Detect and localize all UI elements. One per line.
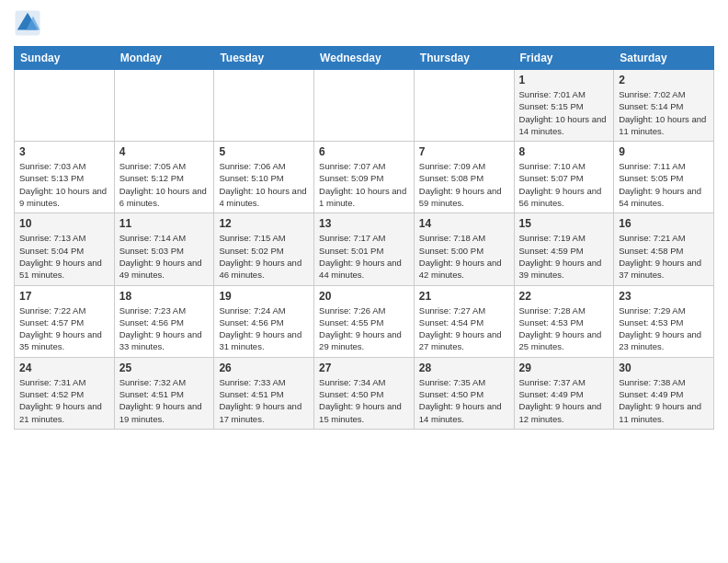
day-cell: 19Sunrise: 7:24 AM Sunset: 4:56 PM Dayli… bbox=[214, 285, 314, 357]
day-number: 8 bbox=[519, 145, 609, 158]
day-info: Sunrise: 7:02 AM Sunset: 5:14 PM Dayligh… bbox=[619, 88, 709, 137]
day-number: 7 bbox=[419, 145, 509, 158]
day-info: Sunrise: 7:37 AM Sunset: 4:49 PM Dayligh… bbox=[519, 376, 609, 425]
day-info: Sunrise: 7:23 AM Sunset: 4:56 PM Dayligh… bbox=[119, 304, 210, 353]
day-info: Sunrise: 7:09 AM Sunset: 5:08 PM Dayligh… bbox=[419, 160, 509, 209]
day-cell: 21Sunrise: 7:27 AM Sunset: 4:54 PM Dayli… bbox=[414, 285, 514, 357]
day-cell bbox=[15, 70, 115, 142]
day-cell: 27Sunrise: 7:34 AM Sunset: 4:50 PM Dayli… bbox=[314, 357, 415, 429]
day-cell bbox=[414, 70, 514, 142]
day-info: Sunrise: 7:10 AM Sunset: 5:07 PM Dayligh… bbox=[519, 160, 609, 209]
day-cell: 6Sunrise: 7:07 AM Sunset: 5:09 PM Daylig… bbox=[314, 142, 415, 213]
day-info: Sunrise: 7:01 AM Sunset: 5:15 PM Dayligh… bbox=[519, 88, 609, 137]
weekday-header-tuesday: Tuesday bbox=[214, 47, 314, 70]
day-cell: 14Sunrise: 7:18 AM Sunset: 5:00 PM Dayli… bbox=[414, 213, 514, 285]
day-cell: 5Sunrise: 7:06 AM Sunset: 5:10 PM Daylig… bbox=[214, 142, 314, 213]
day-number: 26 bbox=[219, 362, 309, 374]
day-info: Sunrise: 7:07 AM Sunset: 5:09 PM Dayligh… bbox=[319, 160, 409, 209]
day-info: Sunrise: 7:06 AM Sunset: 5:10 PM Dayligh… bbox=[219, 160, 309, 209]
day-number: 28 bbox=[419, 362, 509, 374]
day-number: 9 bbox=[619, 145, 709, 158]
day-cell: 7Sunrise: 7:09 AM Sunset: 5:08 PM Daylig… bbox=[414, 142, 514, 213]
day-cell: 23Sunrise: 7:29 AM Sunset: 4:53 PM Dayli… bbox=[614, 285, 714, 357]
day-cell bbox=[114, 70, 214, 142]
weekday-header-saturday: Saturday bbox=[614, 47, 714, 70]
day-cell: 30Sunrise: 7:38 AM Sunset: 4:49 PM Dayli… bbox=[614, 357, 714, 429]
day-cell: 15Sunrise: 7:19 AM Sunset: 4:59 PM Dayli… bbox=[514, 213, 614, 285]
week-row-4: 17Sunrise: 7:22 AM Sunset: 4:57 PM Dayli… bbox=[15, 285, 714, 357]
day-info: Sunrise: 7:33 AM Sunset: 4:51 PM Dayligh… bbox=[219, 376, 309, 425]
day-number: 16 bbox=[619, 217, 709, 230]
day-cell: 25Sunrise: 7:32 AM Sunset: 4:51 PM Dayli… bbox=[114, 357, 214, 429]
day-number: 29 bbox=[519, 362, 609, 374]
day-info: Sunrise: 7:27 AM Sunset: 4:54 PM Dayligh… bbox=[419, 304, 509, 353]
day-cell: 13Sunrise: 7:17 AM Sunset: 5:01 PM Dayli… bbox=[314, 213, 415, 285]
day-info: Sunrise: 7:18 AM Sunset: 5:00 PM Dayligh… bbox=[419, 232, 509, 281]
day-cell: 24Sunrise: 7:31 AM Sunset: 4:52 PM Dayli… bbox=[15, 357, 115, 429]
day-cell: 29Sunrise: 7:37 AM Sunset: 4:49 PM Dayli… bbox=[514, 357, 614, 429]
day-cell: 11Sunrise: 7:14 AM Sunset: 5:03 PM Dayli… bbox=[114, 213, 214, 285]
calendar-table: SundayMondayTuesdayWednesdayThursdayFrid… bbox=[14, 46, 714, 430]
header bbox=[14, 9, 714, 37]
day-cell: 28Sunrise: 7:35 AM Sunset: 4:50 PM Dayli… bbox=[414, 357, 514, 429]
day-number: 24 bbox=[19, 362, 109, 374]
weekday-header-wednesday: Wednesday bbox=[314, 47, 415, 70]
week-row-5: 24Sunrise: 7:31 AM Sunset: 4:52 PM Dayli… bbox=[15, 357, 714, 429]
day-number: 20 bbox=[319, 290, 409, 303]
day-cell: 10Sunrise: 7:13 AM Sunset: 5:04 PM Dayli… bbox=[15, 213, 115, 285]
day-number: 27 bbox=[319, 362, 409, 374]
day-info: Sunrise: 7:21 AM Sunset: 4:58 PM Dayligh… bbox=[619, 232, 709, 281]
day-number: 25 bbox=[119, 362, 210, 374]
day-cell: 22Sunrise: 7:28 AM Sunset: 4:53 PM Dayli… bbox=[514, 285, 614, 357]
weekday-header-row: SundayMondayTuesdayWednesdayThursdayFrid… bbox=[15, 47, 714, 70]
day-number: 12 bbox=[219, 217, 309, 230]
day-number: 14 bbox=[419, 217, 509, 230]
day-number: 3 bbox=[19, 145, 109, 158]
day-cell bbox=[314, 70, 415, 142]
weekday-header-friday: Friday bbox=[514, 47, 614, 70]
day-info: Sunrise: 7:35 AM Sunset: 4:50 PM Dayligh… bbox=[419, 376, 509, 425]
weekday-header-thursday: Thursday bbox=[414, 47, 514, 70]
day-number: 22 bbox=[519, 290, 609, 303]
day-info: Sunrise: 7:31 AM Sunset: 4:52 PM Dayligh… bbox=[19, 376, 109, 425]
day-info: Sunrise: 7:13 AM Sunset: 5:04 PM Dayligh… bbox=[19, 232, 109, 281]
logo bbox=[14, 9, 45, 37]
weekday-header-sunday: Sunday bbox=[15, 47, 115, 70]
day-cell: 4Sunrise: 7:05 AM Sunset: 5:12 PM Daylig… bbox=[114, 142, 214, 213]
day-number: 18 bbox=[119, 290, 210, 303]
day-info: Sunrise: 7:29 AM Sunset: 4:53 PM Dayligh… bbox=[619, 304, 709, 353]
day-number: 2 bbox=[619, 74, 709, 86]
day-info: Sunrise: 7:19 AM Sunset: 4:59 PM Dayligh… bbox=[519, 232, 609, 281]
day-number: 21 bbox=[419, 290, 509, 303]
day-cell: 8Sunrise: 7:10 AM Sunset: 5:07 PM Daylig… bbox=[514, 142, 614, 213]
day-number: 11 bbox=[119, 217, 210, 230]
weekday-header-monday: Monday bbox=[114, 47, 214, 70]
day-number: 30 bbox=[619, 362, 709, 374]
day-cell: 18Sunrise: 7:23 AM Sunset: 4:56 PM Dayli… bbox=[114, 285, 214, 357]
day-cell: 20Sunrise: 7:26 AM Sunset: 4:55 PM Dayli… bbox=[314, 285, 415, 357]
day-cell: 3Sunrise: 7:03 AM Sunset: 5:13 PM Daylig… bbox=[15, 142, 115, 213]
day-info: Sunrise: 7:24 AM Sunset: 4:56 PM Dayligh… bbox=[219, 304, 309, 353]
day-info: Sunrise: 7:26 AM Sunset: 4:55 PM Dayligh… bbox=[319, 304, 409, 353]
day-cell: 17Sunrise: 7:22 AM Sunset: 4:57 PM Dayli… bbox=[15, 285, 115, 357]
day-cell: 2Sunrise: 7:02 AM Sunset: 5:14 PM Daylig… bbox=[614, 70, 714, 142]
day-number: 23 bbox=[619, 290, 709, 303]
day-info: Sunrise: 7:22 AM Sunset: 4:57 PM Dayligh… bbox=[19, 304, 109, 353]
day-cell: 9Sunrise: 7:11 AM Sunset: 5:05 PM Daylig… bbox=[614, 142, 714, 213]
day-number: 10 bbox=[19, 217, 109, 230]
day-info: Sunrise: 7:17 AM Sunset: 5:01 PM Dayligh… bbox=[319, 232, 409, 281]
day-info: Sunrise: 7:03 AM Sunset: 5:13 PM Dayligh… bbox=[19, 160, 109, 209]
day-cell bbox=[214, 70, 314, 142]
day-cell: 16Sunrise: 7:21 AM Sunset: 4:58 PM Dayli… bbox=[614, 213, 714, 285]
week-row-3: 10Sunrise: 7:13 AM Sunset: 5:04 PM Dayli… bbox=[15, 213, 714, 285]
day-number: 13 bbox=[319, 217, 409, 230]
day-info: Sunrise: 7:38 AM Sunset: 4:49 PM Dayligh… bbox=[619, 376, 709, 425]
day-number: 5 bbox=[219, 145, 309, 158]
day-info: Sunrise: 7:32 AM Sunset: 4:51 PM Dayligh… bbox=[119, 376, 210, 425]
day-number: 4 bbox=[119, 145, 210, 158]
day-cell: 1Sunrise: 7:01 AM Sunset: 5:15 PM Daylig… bbox=[514, 70, 614, 142]
week-row-1: 1Sunrise: 7:01 AM Sunset: 5:15 PM Daylig… bbox=[15, 70, 714, 142]
logo-icon bbox=[14, 9, 41, 37]
day-number: 1 bbox=[519, 74, 609, 86]
day-info: Sunrise: 7:05 AM Sunset: 5:12 PM Dayligh… bbox=[119, 160, 210, 209]
